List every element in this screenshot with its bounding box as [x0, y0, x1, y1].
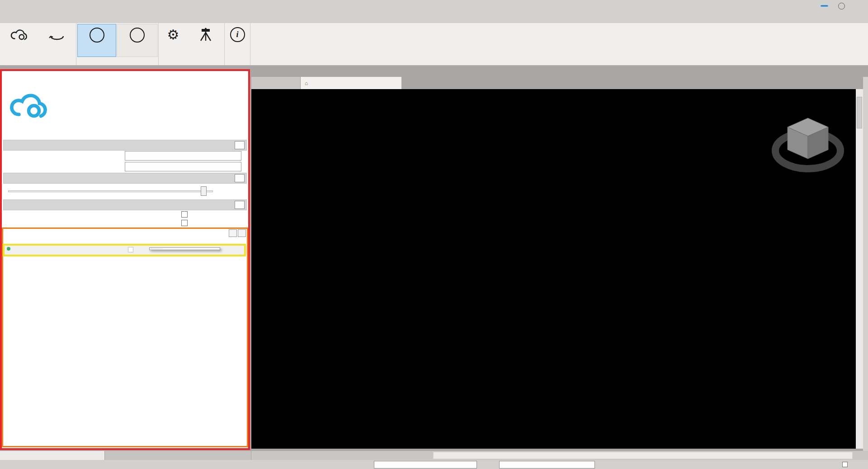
point-cloud-manager-panel [2, 71, 248, 448]
ribbon-group-other: i [225, 23, 250, 65]
point-cloud-list-section [3, 228, 247, 447]
browser-tab-point-cloud-manager[interactable] [0, 451, 105, 460]
notification-badge[interactable] [821, 5, 828, 7]
view-tabs: ⌂ [251, 77, 401, 89]
start-streaming-button[interactable] [77, 24, 116, 57]
settings-button[interactable]: ⚙ [159, 24, 187, 57]
view-positions-checkbox[interactable] [181, 220, 188, 226]
group-label-settings [159, 57, 224, 65]
ribbon-group-actions [76, 23, 159, 65]
info-icon: i [225, 24, 250, 43]
design-option-select[interactable] [499, 461, 595, 469]
ribbon: ⚙ i [0, 23, 868, 66]
position-row [2, 161, 248, 172]
view-control-bar [253, 451, 265, 460]
table-header [3, 238, 247, 246]
revit-window: ⚙ i [0, 0, 868, 469]
3d-view-icon: ⌂ [305, 80, 308, 86]
work-area: ⌂ [0, 66, 868, 451]
point-cloud-manager-button[interactable] [38, 24, 75, 57]
cloud-icon [1, 24, 38, 43]
ribbon-group-add-point-cloud [0, 23, 76, 65]
table-row[interactable] [3, 246, 247, 255]
panel-title-bar [2, 71, 248, 85]
point-cloud-checkbox[interactable] [181, 211, 188, 218]
3d-viewport[interactable] [251, 89, 856, 449]
point-cloud-canvas[interactable] [251, 89, 856, 449]
scroll-right-icon[interactable] [853, 452, 860, 459]
spacing-slider-row [2, 184, 248, 199]
help-icon[interactable] [838, 3, 845, 9]
sort-row [3, 228, 247, 238]
bubble-selection-button[interactable] [187, 24, 224, 57]
dimension-row [2, 151, 248, 161]
collapse-icon[interactable] [235, 141, 245, 149]
ribbon-group-settings: ⚙ [159, 23, 225, 65]
scroll-up-icon[interactable] [856, 89, 863, 96]
view-positions-row [2, 219, 248, 227]
context-menu-gutter [150, 248, 162, 249]
visibility-section-header[interactable] [3, 199, 247, 210]
spacing-section-header[interactable] [3, 173, 247, 184]
about-button[interactable]: i [225, 24, 250, 57]
position-select[interactable] [125, 162, 241, 171]
status-bar [0, 460, 868, 469]
workset-controls [372, 460, 595, 469]
spacing-slider-track[interactable] [8, 190, 213, 192]
panel-logo-area [2, 85, 248, 133]
unique-color-swatch[interactable] [128, 247, 133, 252]
gear-icon: ⚙ [159, 24, 187, 43]
group-label-add-point-cloud [0, 57, 76, 65]
settings-section-header[interactable] [3, 140, 247, 151]
spacing-slider-thumb[interactable] [201, 186, 207, 196]
view-tab-niveau1[interactable] [251, 77, 301, 89]
context-menu [149, 247, 220, 250]
editable-only-checkbox[interactable] [842, 462, 848, 467]
vertical-scroll-thumb[interactable] [857, 97, 862, 128]
selection-controls [842, 460, 863, 469]
lower-bar [0, 451, 868, 460]
group-label-actions [76, 57, 158, 65]
title-bar-right [798, 0, 865, 12]
collapse-icon[interactable] [235, 174, 245, 182]
group-label-other [225, 57, 250, 65]
title-bar [0, 0, 868, 12]
play-icon [78, 24, 116, 43]
tripod-icon [187, 24, 224, 43]
view-tab-3d[interactable]: ⌂ [301, 77, 401, 89]
pause-icon [117, 24, 157, 43]
browser-tab-project[interactable] [105, 451, 251, 460]
filter-icon[interactable] [229, 229, 237, 237]
dimension-select[interactable] [125, 151, 241, 161]
workset-select[interactable] [374, 461, 477, 469]
collapse-icon[interactable] [235, 201, 245, 209]
pause-streaming-button[interactable] [117, 24, 158, 57]
ribbon-tab-row [0, 12, 868, 23]
view-cube[interactable] [767, 105, 849, 178]
vertical-scrollbar[interactable] [856, 89, 863, 449]
scroll-down-icon[interactable] [856, 442, 863, 449]
add-point-cloud-button[interactable] [1, 24, 38, 57]
360-icon [38, 24, 75, 43]
status-dot [7, 247, 10, 251]
horizontal-scrollbar[interactable] [433, 452, 853, 459]
point-cloud-visibility-row [2, 210, 248, 219]
sort-direction-icon[interactable] [238, 229, 246, 237]
atis-cloud-logo [9, 91, 50, 121]
window-right-edge [863, 77, 868, 451]
